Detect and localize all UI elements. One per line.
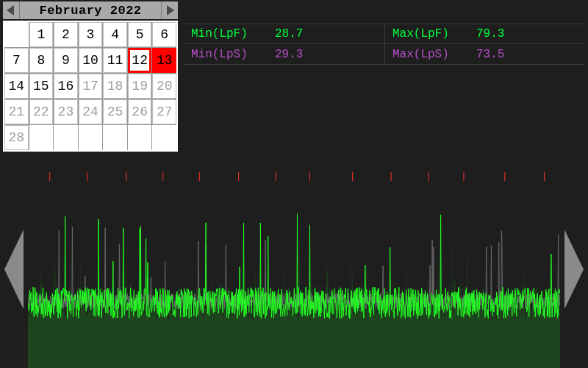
calendar-blank	[152, 125, 176, 150]
calendar-day-14[interactable]: 14	[4, 74, 29, 99]
calendar-day-12[interactable]: 12	[128, 48, 152, 73]
calendar-blank	[4, 22, 29, 47]
calendar-day-3[interactable]: 3	[79, 22, 103, 47]
calendar-day-20[interactable]: 20	[152, 74, 176, 99]
metric-value: 28.7	[275, 27, 303, 40]
metric-min-lpf-: Min(LpF)28.7	[184, 24, 384, 44]
metric-min-lps-: Min(LpS)29.3	[184, 44, 384, 65]
metric-label: Max(LpS)	[392, 48, 466, 61]
calendar-blank	[103, 125, 127, 150]
svg-marker-17	[564, 230, 584, 309]
calendar-blank	[29, 125, 54, 150]
metric-value: 73.5	[476, 48, 504, 61]
calendar-day-2[interactable]: 2	[54, 22, 78, 47]
calendar-blank	[54, 125, 78, 150]
metric-value: 79.3	[476, 27, 504, 40]
calendar-day-9[interactable]: 9	[54, 48, 78, 73]
svg-marker-1	[167, 5, 174, 15]
calendar-day-6[interactable]: 6	[152, 22, 176, 47]
calendar-day-4[interactable]: 4	[103, 22, 127, 47]
calendar: 1234567891011121314151617181920212223242…	[3, 21, 178, 152]
calendar-day-21[interactable]: 21	[4, 99, 29, 124]
calendar-day-13[interactable]: 13	[152, 48, 176, 73]
metric-label: Max(LpF)	[392, 27, 466, 40]
calendar-day-24[interactable]: 24	[79, 99, 103, 124]
calendar-blank	[128, 125, 152, 150]
metric-value: 29.3	[275, 48, 303, 61]
metric-max-lpf-: Max(LpF)79.3	[384, 24, 585, 44]
calendar-day-26[interactable]: 26	[128, 99, 152, 124]
calendar-day-23[interactable]: 23	[54, 99, 78, 124]
month-prev-button[interactable]	[3, 1, 19, 19]
calendar-day-1[interactable]: 1	[29, 22, 54, 47]
metric-label: Min(LpF)	[191, 27, 265, 40]
calendar-blank	[79, 125, 103, 150]
calendar-day-17[interactable]: 17	[79, 74, 103, 99]
metric-max-lps-: Max(LpS)73.5	[384, 44, 585, 65]
calendar-day-11[interactable]: 11	[103, 48, 127, 73]
calendar-day-10[interactable]: 10	[79, 48, 103, 73]
svg-marker-2	[4, 230, 24, 309]
calendar-day-15[interactable]: 15	[29, 74, 54, 99]
calendar-day-8[interactable]: 8	[29, 48, 54, 73]
calendar-day-28[interactable]: 28	[4, 125, 29, 150]
month-title: February 2022	[19, 1, 162, 19]
plot-prev-button[interactable]	[0, 171, 28, 368]
calendar-day-19[interactable]: 19	[128, 74, 152, 99]
month-next-button[interactable]	[162, 1, 178, 19]
metrics-panel: Min(LpF)28.7Max(LpF)79.3Min(LpS)29.3Max(…	[184, 24, 585, 65]
waveform-plot	[28, 171, 560, 368]
calendar-day-25[interactable]: 25	[103, 99, 127, 124]
calendar-day-16[interactable]: 16	[54, 74, 78, 99]
svg-marker-0	[7, 5, 14, 15]
plot-next-button[interactable]	[560, 171, 588, 368]
calendar-day-5[interactable]: 5	[128, 22, 152, 47]
calendar-day-27[interactable]: 27	[152, 99, 176, 124]
calendar-day-22[interactable]: 22	[29, 99, 54, 124]
calendar-day-7[interactable]: 7	[4, 48, 29, 73]
calendar-day-18[interactable]: 18	[103, 74, 127, 99]
metric-label: Min(LpS)	[191, 48, 265, 61]
